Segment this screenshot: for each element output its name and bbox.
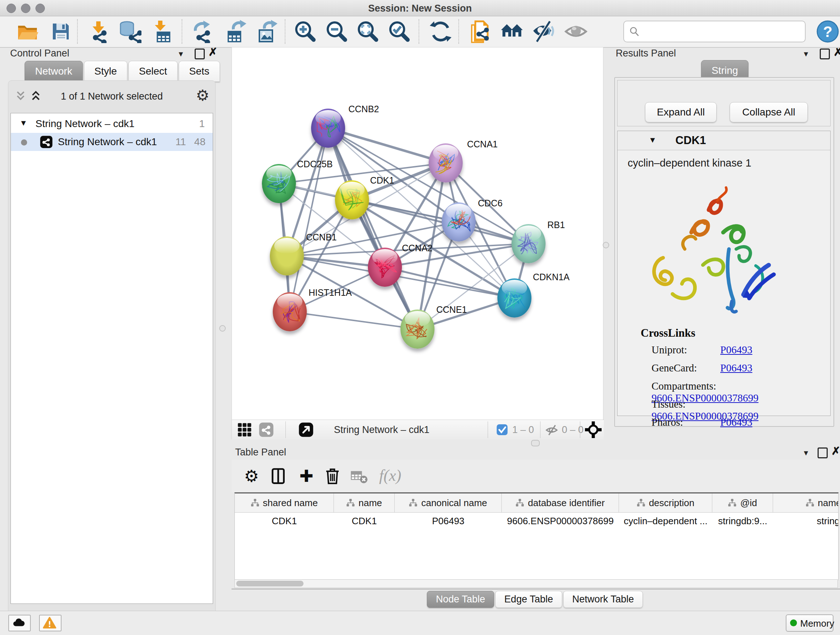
table-panel-menu-icon[interactable]: ▼ <box>802 449 810 457</box>
horizontal-scrollbar[interactable] <box>234 579 838 588</box>
network-collection-label[interactable]: String Network – cdk1 <box>35 118 134 130</box>
show-all-icon[interactable] <box>564 20 587 43</box>
warning-status-button[interactable] <box>39 615 62 631</box>
network-mode-icon[interactable] <box>259 422 274 437</box>
column-header-namespac[interactable]: namespac <box>773 494 838 512</box>
node-CDC6[interactable] <box>442 203 476 241</box>
table-panel-float-icon[interactable] <box>818 448 828 458</box>
node-CCNA1[interactable] <box>429 143 463 182</box>
show-columns-icon[interactable] <box>269 467 287 485</box>
tab-select[interactable]: Select <box>128 61 178 82</box>
node-CCNE1[interactable] <box>401 310 434 348</box>
zoom-in-icon[interactable] <box>294 20 317 43</box>
table-cell[interactable]: stringdb:9... <box>712 513 773 529</box>
control-panel-menu-icon[interactable]: ▼ <box>177 50 185 58</box>
control-panel-close-icon[interactable]: ✗ <box>208 46 218 58</box>
node-CDC25B[interactable] <box>262 164 296 203</box>
node-HIST1H1A[interactable] <box>273 292 307 331</box>
function-builder-icon[interactable]: f(x) <box>379 466 401 485</box>
tab-style[interactable]: Style <box>84 61 127 82</box>
horizontal-splitter-grip[interactable] <box>531 440 540 447</box>
vertical-splitter-grip[interactable] <box>219 325 226 332</box>
birds-eye-view-icon[interactable] <box>298 422 314 437</box>
grid-mode-icon[interactable] <box>237 422 252 437</box>
collapse-all-button[interactable]: Collapse All <box>729 102 808 122</box>
results-panel-close-icon[interactable]: ✗ <box>834 46 840 58</box>
table-cell[interactable]: CDK1 <box>334 513 395 529</box>
table-cell[interactable]: P06493 <box>395 513 502 529</box>
zoom-selected-icon[interactable] <box>388 20 411 43</box>
export-image-icon[interactable] <box>256 20 279 43</box>
selected-checkbox-icon[interactable] <box>496 424 508 435</box>
table-panel-close-icon[interactable]: ✗ <box>831 445 840 457</box>
tree-expander-icon[interactable]: ▼ <box>19 119 27 128</box>
edge-CCNB2-CCNE1[interactable] <box>328 128 417 329</box>
delete-table-icon[interactable] <box>350 467 368 485</box>
column-header-name[interactable]: name <box>334 494 395 512</box>
node-CCNB1[interactable] <box>270 236 304 276</box>
crosslink-value-link[interactable]: P06493 <box>720 344 752 356</box>
crosshair-icon[interactable] <box>585 421 602 438</box>
crosslink-value-link[interactable]: P06493 <box>720 416 752 428</box>
node-CCNB2[interactable] <box>311 109 345 148</box>
tab-node-table[interactable]: Node Table <box>427 591 494 608</box>
refresh-layout-icon[interactable] <box>429 20 452 43</box>
delete-column-icon[interactable] <box>324 467 341 485</box>
node-CDKN1A[interactable] <box>497 279 531 318</box>
memory-button[interactable]: Memory <box>786 614 834 632</box>
export-network-icon[interactable] <box>191 20 214 43</box>
tab-edge-table[interactable]: Edge Table <box>495 591 562 608</box>
export-table-icon[interactable] <box>225 20 248 43</box>
edge-HIST1H1A-CCNE1[interactable] <box>290 312 417 329</box>
network-label[interactable]: String Network – cdk1 <box>58 136 157 148</box>
tab-sets[interactable]: Sets <box>179 61 220 82</box>
zoom-out-icon[interactable] <box>325 20 348 43</box>
scrollbar-thumb[interactable] <box>236 581 303 586</box>
results-panel-float-icon[interactable] <box>820 49 830 59</box>
tab-network-table[interactable]: Network Table <box>563 591 643 608</box>
crosslink-value-link[interactable]: P06493 <box>720 362 752 374</box>
gene-expander-icon[interactable]: ▼ <box>649 135 657 145</box>
gear-icon[interactable]: ⚙ <box>196 87 210 104</box>
import-network-icon[interactable] <box>88 20 111 43</box>
search-input[interactable] <box>643 23 800 40</box>
table-gear-icon[interactable]: ⚙ <box>242 467 261 485</box>
table-cell[interactable]: stringdb <box>773 513 838 529</box>
import-network-from-database-icon[interactable] <box>118 20 141 43</box>
cloud-status-button[interactable] <box>8 615 31 631</box>
control-panel-float-icon[interactable] <box>195 49 205 59</box>
column-header--id[interactable]: @id <box>712 494 773 512</box>
homes-icon[interactable] <box>500 20 523 43</box>
column-header-description[interactable]: description <box>619 494 712 512</box>
table-row[interactable]: CDK1CDK1P064939606.ENSP00000378699cyclin… <box>235 513 838 529</box>
network-collection-row[interactable]: ▼ String Network – cdk1 1 <box>11 115 213 133</box>
column-header-canonical-name[interactable]: canonical name <box>395 494 502 512</box>
node-CDK1[interactable] <box>335 180 369 219</box>
results-panel-menu-icon[interactable]: ▼ <box>802 50 810 58</box>
gene-header[interactable]: ▼ CDK1 <box>617 131 830 150</box>
add-column-icon[interactable]: ✚ <box>297 467 316 485</box>
import-table-icon[interactable] <box>151 20 174 43</box>
network-canvas[interactable]: CCNB2CCNA1CDC25BCDK1CDC6RB1CCNB1CCNA2CDK… <box>232 48 604 420</box>
open-session-icon[interactable] <box>16 20 39 43</box>
edge-CCNB2-CCNA1[interactable] <box>328 128 446 163</box>
table-cell[interactable]: CDK1 <box>235 513 334 529</box>
hide-selected-icon[interactable] <box>532 20 555 43</box>
expand-all-button[interactable]: Expand All <box>645 102 717 122</box>
search-field[interactable] <box>623 21 806 42</box>
column-label: name <box>358 497 382 509</box>
edge-CCNB2-HIST1H1A[interactable] <box>290 128 328 312</box>
save-session-icon[interactable] <box>49 20 73 43</box>
column-header-shared-name[interactable]: shared name <box>235 494 334 512</box>
network-from-file-icon[interactable] <box>469 20 492 43</box>
node-RB1[interactable] <box>512 224 546 263</box>
tab-network[interactable]: Network <box>25 61 83 82</box>
vertical-splitter-grip[interactable] <box>603 242 609 249</box>
zoom-fit-icon[interactable] <box>356 20 379 43</box>
table-cell[interactable]: 9606.ENSP00000378699 <box>502 513 619 529</box>
node-CCNA2[interactable] <box>368 248 402 287</box>
column-header-database-identifier[interactable]: database identifier <box>502 494 619 512</box>
network-row-selected[interactable]: String Network – cdk1 11 48 <box>11 133 213 151</box>
table-cell[interactable]: cyclin–dependent ... <box>619 513 712 529</box>
help-icon[interactable]: ? <box>816 20 839 43</box>
